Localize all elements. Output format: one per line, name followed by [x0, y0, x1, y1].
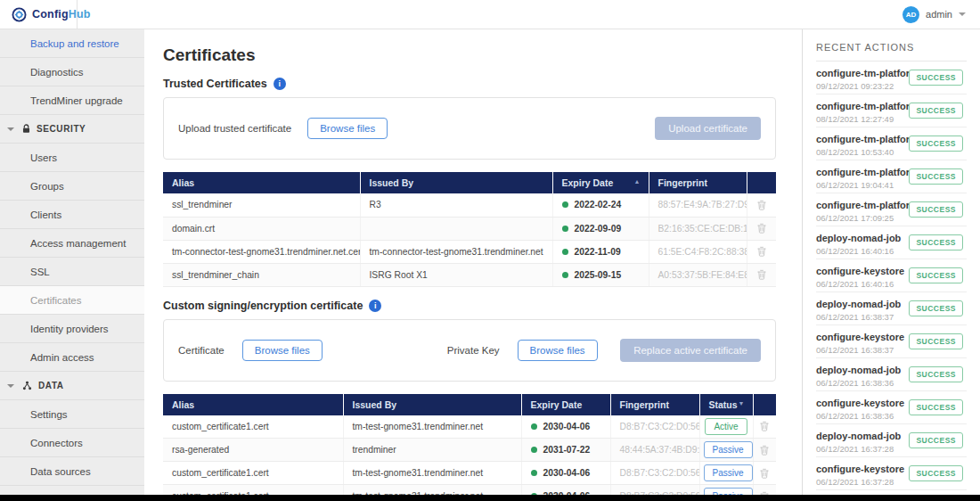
status-badge: Passive	[704, 441, 753, 458]
sidebar-item-certificates[interactable]: Certificates	[0, 286, 144, 315]
status-badge: Passive	[704, 464, 753, 481]
valid-status-dot	[562, 272, 568, 278]
column-header-alias[interactable]: Alias	[163, 394, 343, 415]
cert-expiry-date: 2025-09-15	[575, 270, 622, 280]
cert-alias: custom_certificate1.cert	[172, 468, 269, 478]
cert-fingerprint: A0:53:37:5B:FE:84:E8:B7...	[658, 270, 747, 280]
sidebar-item-label: Access management	[30, 238, 126, 249]
sidebar-item-admin-access[interactable]: Admin access	[0, 343, 144, 372]
table-row: ssl_trendminer_chainISRG Root X12025-09-…	[163, 263, 776, 286]
lock-icon	[22, 124, 30, 134]
sidebar-item-data-sources[interactable]: Data sources	[0, 457, 144, 486]
recent-action-item: configure-tm-platform08/12/2021 10:53:40…	[816, 127, 967, 160]
chevron-down-icon	[7, 127, 14, 131]
sidebar-item-connectors[interactable]: Connectors	[0, 429, 144, 457]
valid-status-dot	[562, 226, 568, 232]
certificate-label: Certificate	[178, 345, 225, 356]
recent-action-item: configure-tm-platform06/12/2021 19:04:41…	[816, 160, 967, 193]
delete-certificate-button[interactable]	[755, 244, 768, 259]
column-header-status[interactable]: Status▼	[699, 394, 753, 415]
user-name: admin	[926, 9, 952, 20]
sidebar-item-clients[interactable]: Clients	[0, 201, 144, 229]
recent-action-item: configure-tm-platform09/12/2021 09:23:22…	[816, 62, 967, 94]
delete-certificate-button[interactable]	[758, 443, 771, 457]
sidebar-item-label: Backup and restore	[30, 38, 119, 49]
sidebar-item-groups[interactable]: Groups	[0, 172, 144, 201]
action-status-badge: SUCCESS	[909, 366, 963, 382]
sidebar-item-label: Connectors	[30, 438, 83, 448]
sidebar-item-access-management[interactable]: Access management	[0, 229, 144, 258]
data-icon	[22, 381, 32, 390]
sidebar-item-identity-providers[interactable]: Identity providers	[0, 315, 144, 343]
column-header-expiry-date[interactable]: Expiry Date▲	[552, 172, 649, 193]
sidebar-item-label: Clients	[30, 209, 61, 220]
delete-certificate-button[interactable]	[758, 466, 771, 480]
sidebar-item-data[interactable]: DATA	[0, 372, 144, 400]
cert-expiry-date: 2030-04-06	[543, 422, 591, 431]
column-header-issued-by[interactable]: Issued By	[343, 394, 521, 415]
cert-expiry-date: 2031-07-22	[543, 445, 591, 455]
table-header-row: Alias Issued By Expiry Date Fingerprint …	[163, 394, 776, 415]
sidebar-item-trendminer-upgrade[interactable]: TrendMiner upgrade	[0, 86, 144, 115]
trusted-certificates-label: Trusted Certificates	[163, 78, 267, 90]
action-status-badge: SUCCESS	[909, 333, 963, 349]
upload-certificate-button[interactable]: Upload certificate	[655, 117, 761, 140]
column-header-alias[interactable]: Alias	[163, 172, 360, 193]
cert-alias: custom_certificate1.cert	[172, 422, 269, 431]
sidebar-item-backup-and-restore[interactable]: Backup and restore	[0, 29, 144, 58]
custom-certificate-card: Certificate Browse files Private Key Bro…	[163, 319, 776, 382]
brand-name: ConfigHub	[32, 8, 91, 21]
trusted-certificates-heading: Trusted Certificates	[163, 78, 802, 90]
delete-certificate-button[interactable]	[758, 419, 771, 433]
sidebar-item-ssl[interactable]: SSL	[0, 258, 144, 286]
sidebar-item-label: Users	[30, 152, 57, 163]
upload-trusted-certificate-label: Upload trusted certificate	[178, 123, 291, 134]
sidebar-item-security[interactable]: SECURITY	[0, 115, 144, 144]
app-logo[interactable]: ConfigHub	[0, 0, 78, 29]
action-status-badge: SUCCESS	[909, 267, 963, 283]
user-menu[interactable]: AD admin	[902, 6, 980, 23]
column-header-expiry-date[interactable]: Expiry Date	[521, 394, 610, 415]
cert-fingerprint: B2:16:35:CE:CE:DB:1C:C...	[658, 224, 747, 234]
cert-alias: tm-connector-test-gnome31.trendminer.net…	[172, 247, 360, 257]
status-badge: Active	[705, 418, 747, 435]
trash-icon	[760, 421, 769, 434]
cert-alias: rsa-generated	[172, 445, 229, 455]
table-header-row: Alias Issued By Expiry Date▲ Fingerprint	[163, 172, 776, 193]
column-header-issued-by[interactable]: Issued By	[360, 172, 552, 193]
sidebar-item-label: Admin access	[30, 352, 94, 363]
sidebar-item-diagnostics[interactable]: Diagnostics	[0, 58, 144, 86]
info-icon[interactable]	[274, 78, 286, 90]
cert-issued-by: R3	[370, 200, 381, 209]
delete-certificate-button[interactable]	[755, 198, 768, 212]
cert-expiry-date: 2022-09-09	[575, 224, 622, 234]
replace-active-certificate-button[interactable]: Replace active certificate	[620, 339, 761, 362]
valid-status-dot	[562, 249, 568, 255]
recent-actions-panel: RECENT ACTIONS configure-tm-platform09/1…	[802, 29, 980, 501]
custom-certificate-heading: Custom signing/encryption certificate	[163, 300, 802, 312]
chevron-down-icon	[7, 384, 14, 388]
custom-certificates-table: Alias Issued By Expiry Date Fingerprint …	[163, 394, 776, 501]
chevron-down-icon	[959, 12, 966, 16]
top-bar: ConfigHub AD admin	[0, 0, 980, 29]
table-row: rsa-generatedtrendminer2031-07-2248:44:5…	[163, 439, 776, 462]
recent-actions-heading: RECENT ACTIONS	[816, 42, 967, 62]
delete-certificate-button[interactable]	[755, 221, 768, 235]
sidebar-item-label: Settings	[30, 409, 68, 420]
info-icon[interactable]	[369, 300, 381, 312]
browse-certificate-button[interactable]: Browse files	[242, 340, 323, 361]
main-content: Certificates Trusted Certificates Upload…	[144, 29, 802, 501]
sidebar-item-label: Diagnostics	[30, 67, 83, 78]
column-header-fingerprint[interactable]: Fingerprint	[610, 394, 699, 415]
sidebar-item-users[interactable]: Users	[0, 144, 144, 172]
sidebar-item-settings[interactable]: Settings	[0, 400, 144, 429]
trash-icon	[757, 269, 766, 283]
browse-trusted-certificate-button[interactable]: Browse files	[307, 118, 388, 139]
action-status-badge: SUCCESS	[909, 399, 963, 415]
browse-private-key-button[interactable]: Browse files	[518, 340, 598, 361]
recent-action-item: configure-keystore06/12/2021 16:37:28SUC…	[816, 457, 967, 490]
cert-expiry-date: 2022-02-24	[575, 200, 622, 209]
delete-certificate-button[interactable]	[755, 267, 768, 282]
valid-status-dot	[531, 423, 537, 430]
column-header-fingerprint[interactable]: Fingerprint	[649, 172, 747, 193]
